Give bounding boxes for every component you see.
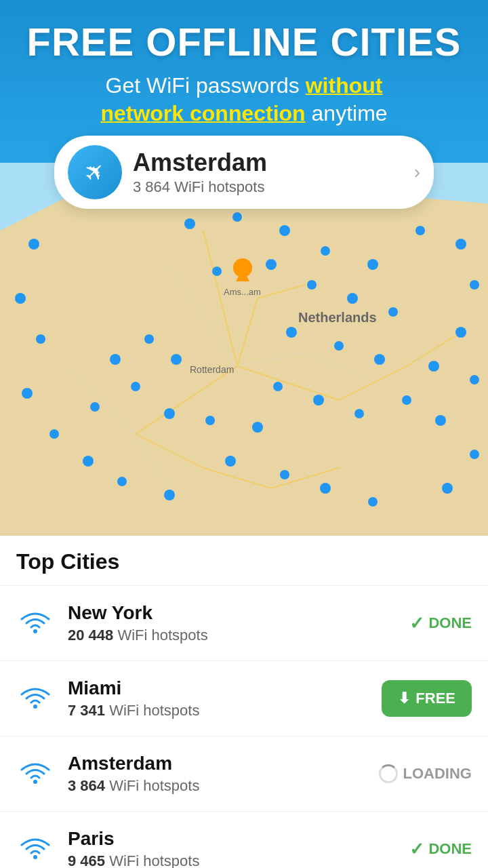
status-badge: LOADING: [379, 764, 472, 783]
map-svg: Netherlands Rotterdam Ams...am: [0, 163, 488, 536]
city-hotspots: 9 465 WiFi hotspots: [68, 852, 399, 868]
svg-point-40: [470, 450, 479, 459]
svg-point-38: [470, 375, 479, 384]
svg-point-55: [252, 422, 263, 433]
city-name: Miami: [68, 677, 371, 699]
svg-point-51: [428, 361, 439, 372]
loading-badge: LOADING: [379, 764, 472, 783]
hotspots-count: 3 864: [68, 777, 105, 794]
wifi-icon: [16, 755, 54, 793]
done-badge: ✓ DONE: [409, 613, 472, 634]
city-list-item[interactable]: Miami 7 341 WiFi hotspots ⬇ FREE: [0, 661, 488, 736]
svg-point-46: [388, 307, 398, 317]
status-badge: ✓ DONE: [409, 839, 472, 860]
svg-point-31: [279, 225, 290, 236]
svg-point-64: [280, 470, 289, 479]
svg-point-71: [33, 780, 37, 784]
svg-point-35: [455, 239, 466, 250]
city-card-arrow: ›: [414, 161, 420, 183]
svg-point-28: [164, 490, 175, 500]
done-badge: ✓ DONE: [409, 839, 472, 860]
wifi-icon: [16, 830, 54, 868]
city-card-info: Amsterdam 3 864 WiFi hotspots: [133, 149, 407, 196]
svg-point-69: [33, 629, 37, 633]
svg-point-45: [347, 293, 358, 304]
download-icon: ⬇: [398, 690, 410, 707]
city-hotspots: 3 864 WiFi hotspots: [68, 777, 368, 795]
svg-point-23: [36, 334, 45, 344]
hero-highlight-network: network connection: [100, 101, 305, 125]
hero-highlight-without: without: [306, 73, 383, 98]
svg-point-65: [320, 483, 331, 494]
svg-point-29: [184, 218, 195, 229]
hotspots-count: 9 465: [68, 852, 105, 868]
hotspots-count: 20 448: [68, 627, 113, 644]
svg-point-54: [354, 409, 364, 418]
city-name: New York: [68, 602, 399, 624]
svg-point-66: [368, 497, 378, 507]
svg-point-62: [90, 402, 100, 412]
map-background: Netherlands Rotterdam Ams...am: [0, 163, 488, 536]
done-label: DONE: [428, 614, 472, 632]
city-list-item[interactable]: New York 20 448 WiFi hotspots ✓ DONE: [0, 586, 488, 661]
svg-point-50: [402, 395, 411, 405]
checkmark-icon: ✓: [409, 839, 424, 860]
city-hotspots: 7 341 WiFi hotspots: [68, 702, 371, 719]
hero-subtitle: Get WiFi passwords without network conne…: [14, 72, 474, 128]
svg-point-47: [286, 327, 297, 338]
svg-point-56: [205, 416, 215, 425]
section-title: Top Cities: [0, 536, 488, 586]
hero-subtitle-after: anytime: [306, 101, 388, 125]
svg-text:Rotterdam: Rotterdam: [190, 364, 234, 375]
city-card-hotspots: 3 864 WiFi hotspots: [133, 178, 407, 196]
svg-point-30: [232, 212, 242, 222]
svg-point-24: [22, 388, 33, 399]
plane-icon: ✈: [78, 155, 113, 190]
status-badge: ✓ DONE: [409, 613, 472, 634]
city-info: Paris 9 465 WiFi hotspots: [68, 828, 399, 868]
svg-point-61: [110, 354, 121, 365]
svg-point-53: [313, 395, 324, 406]
hero-section: FREE OFFLINE CITIES Get WiFi passwords w…: [0, 0, 488, 536]
hero-text: FREE OFFLINE CITIES Get WiFi passwords w…: [0, 0, 488, 128]
city-card-icon: ✈: [68, 145, 122, 199]
svg-point-26: [83, 456, 94, 467]
svg-point-37: [455, 327, 466, 338]
svg-marker-1: [0, 176, 488, 536]
svg-point-57: [164, 408, 175, 419]
svg-text:Ams...am: Ams...am: [224, 287, 261, 297]
svg-point-34: [415, 226, 425, 235]
city-list-item[interactable]: Amsterdam 3 864 WiFi hotspots LOADING: [0, 736, 488, 812]
hotspots-count: 7 341: [68, 702, 105, 719]
svg-point-32: [321, 246, 330, 256]
svg-point-43: [266, 259, 277, 270]
city-list-item[interactable]: Paris 9 465 WiFi hotspots ✓ DONE: [0, 812, 488, 868]
city-card[interactable]: ✈ Amsterdam 3 864 WiFi hotspots ›: [54, 136, 434, 209]
svg-point-58: [131, 382, 140, 391]
svg-point-27: [117, 477, 127, 486]
svg-point-41: [442, 483, 453, 494]
status-badge[interactable]: ⬇ FREE: [382, 680, 472, 717]
svg-point-72: [33, 855, 37, 859]
done-label: DONE: [428, 840, 472, 858]
free-badge[interactable]: ⬇ FREE: [382, 680, 472, 717]
svg-point-44: [307, 280, 317, 290]
svg-point-36: [470, 280, 479, 290]
wifi-icon: [16, 679, 54, 717]
city-info: Miami 7 341 WiFi hotspots: [68, 677, 371, 719]
svg-point-52: [273, 382, 283, 391]
checkmark-icon: ✓: [409, 613, 424, 634]
city-hotspots: 20 448 WiFi hotspots: [68, 627, 399, 644]
city-list: New York 20 448 WiFi hotspots ✓ DONE Mia…: [0, 586, 488, 868]
city-info: Amsterdam 3 864 WiFi hotspots: [68, 753, 368, 795]
svg-point-70: [33, 705, 37, 709]
free-label: FREE: [415, 690, 455, 707]
svg-point-33: [367, 259, 378, 270]
svg-point-48: [334, 341, 344, 351]
hero-subtitle-before: Get WiFi passwords: [106, 73, 306, 98]
city-name: Paris: [68, 828, 399, 850]
svg-point-49: [374, 354, 385, 365]
hero-title: FREE OFFLINE CITIES: [14, 20, 474, 64]
city-card-name: Amsterdam: [133, 149, 407, 177]
svg-point-60: [144, 334, 154, 344]
